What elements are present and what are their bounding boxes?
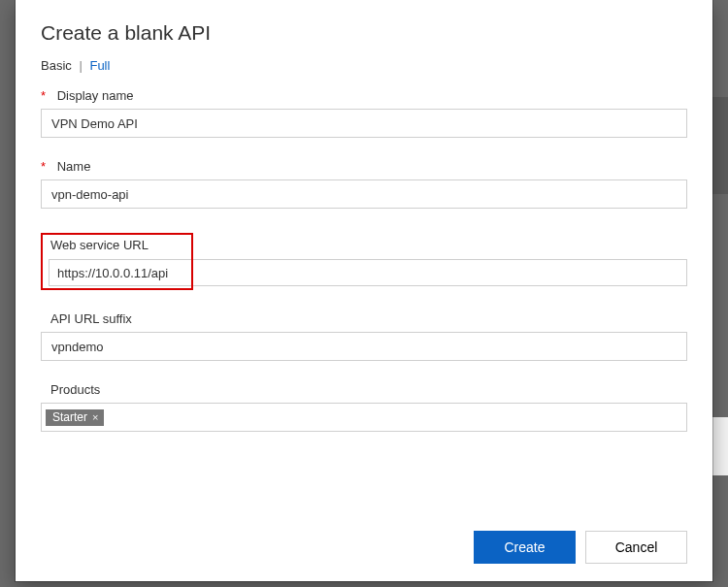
tab-separator: | — [79, 58, 82, 73]
field-api-url-suffix: API URL suffix — [41, 311, 687, 361]
label-web-service-url: Web service URL — [50, 238, 149, 252]
chip-remove-icon[interactable]: × — [92, 411, 98, 423]
label-name: * Name — [41, 159, 687, 174]
required-marker: * — [41, 159, 46, 174]
tab-basic[interactable]: Basic — [41, 58, 72, 73]
modal-footer: Create Cancel — [41, 515, 687, 564]
label-display-name: * Display name — [41, 88, 687, 103]
field-web-service-url: Web service URL — [41, 230, 687, 290]
create-button[interactable]: Create — [474, 531, 576, 564]
cancel-button[interactable]: Cancel — [585, 531, 687, 564]
api-url-suffix-input[interactable] — [41, 332, 687, 361]
create-api-modal: Create a blank API Basic | Full * Displa… — [16, 0, 712, 581]
display-name-input[interactable] — [41, 109, 687, 138]
chip-label: Starter — [52, 410, 87, 424]
required-marker: * — [41, 88, 46, 103]
name-input[interactable] — [41, 179, 687, 209]
products-input[interactable]: Starter × — [41, 403, 687, 432]
product-chip-starter[interactable]: Starter × — [46, 409, 104, 426]
field-name: * Name — [41, 159, 687, 209]
tab-full[interactable]: Full — [89, 58, 110, 73]
form-body: * Display name * Name Web service URL AP… — [41, 88, 687, 515]
label-text: Display name — [57, 88, 134, 103]
mode-tabs: Basic | Full — [41, 58, 687, 73]
label-products: Products — [41, 382, 687, 397]
modal-title: Create a blank API — [41, 21, 687, 45]
web-service-url-input[interactable] — [49, 259, 687, 286]
field-display-name: * Display name — [41, 88, 687, 138]
field-products: Products Starter × — [41, 382, 687, 432]
label-text: Name — [57, 159, 91, 174]
label-api-url-suffix: API URL suffix — [41, 311, 687, 326]
